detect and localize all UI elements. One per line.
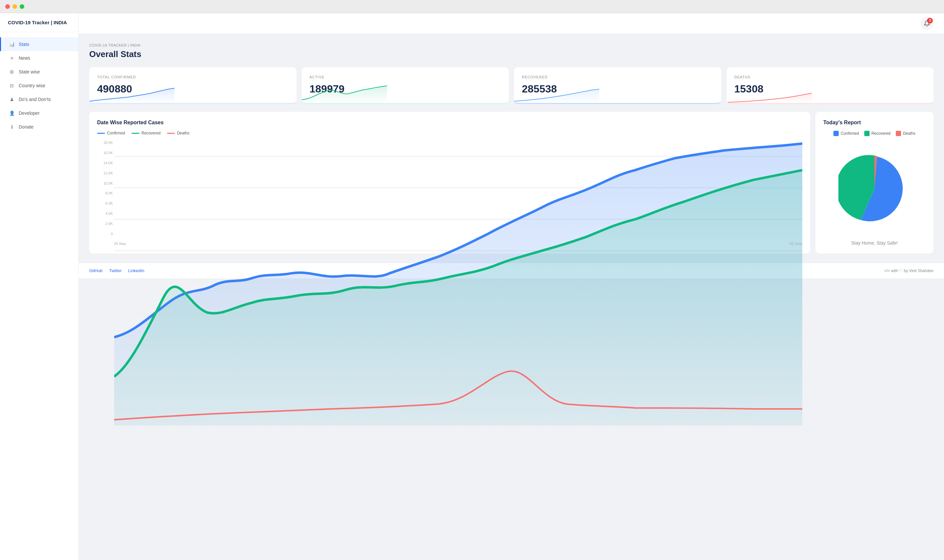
date-wise-chart-card: Date Wise Reported Cases Confirmed Recov… [89,112,810,254]
sidebar-nav: 📊 Stats ≡ News ⊞ State wise ⊟ Country wi… [0,32,79,560]
notification-badge: 3 [927,18,933,24]
github-link[interactable]: GitHub [89,268,102,273]
legend-deaths: Deaths [167,131,189,135]
sidebar-item-developer[interactable]: 👤 Developer [0,106,79,120]
recovered-card: RECOVERED 285538 [514,67,721,104]
active-label: ACTIVE [310,75,501,79]
main-content: 3 COVID-19 TRACKER | INDIA Overall Stats… [79,13,944,560]
stats-grid: TOTAL CONFIRMED 490880 ACTIVE 189979 [89,67,933,104]
sidebar-item-dos-donts[interactable]: ♟ Do's and Don'ts [0,92,79,106]
legend-deaths-label: Deaths [177,131,189,135]
legend-confirmed-label: Confirmed [107,131,125,135]
sidebar-item-state-wise[interactable]: ⊞ State wise [0,65,79,79]
news-icon: ≡ [9,55,15,61]
line-chart [114,141,802,426]
notification-button[interactable]: 3 [920,17,933,30]
todays-report-card: Today's Report Confirmed Recovered De [815,112,933,254]
legend-recovered: Recovered [131,131,160,135]
chart-legend: Confirmed Recovered Deaths [97,131,802,135]
main-header: 3 [79,13,944,34]
country-wise-icon: ⊟ [9,83,15,89]
report-legend-recovered-dot [864,131,870,136]
report-legend-deaths-label: Deaths [903,131,915,136]
sidebar-item-donate-label: Donate [19,124,34,129]
sidebar-item-country-wise-label: Country wise [19,83,45,88]
pie-chart [838,153,910,225]
legend-confirmed-dot [97,133,105,134]
stay-safe-text: Stay Home, Stay Safe! [851,240,898,246]
breadcrumb: COVID-19 TRACKER | INDIA [89,43,933,47]
sidebar-item-news[interactable]: ≡ News [0,51,79,65]
legend-deaths-dot [167,133,175,134]
x-axis: 26 May 09 June [114,242,802,246]
dos-donts-icon: ♟ [9,96,15,102]
sidebar-item-state-wise-label: State wise [19,69,40,74]
sidebar-item-stats-label: Stats [19,42,29,47]
report-legend-recovered: Recovered [864,131,890,136]
active-card: ACTIVE 189979 [302,67,509,104]
report-legend: Confirmed Recovered Deaths [833,131,915,136]
report-legend-confirmed-label: Confirmed [841,131,859,136]
donate-icon: ℹ [9,124,15,130]
sidebar-item-stats[interactable]: 📊 Stats [0,37,79,51]
date-wise-chart-title: Date Wise Reported Cases [97,120,802,126]
confirmed-card: TOTAL CONFIRMED 490880 [89,67,297,104]
footer-credit: </> with ♡ by Vinit Shahdeo [884,269,933,273]
legend-recovered-label: Recovered [142,131,160,135]
report-title: Today's Report [823,120,861,126]
page-content: COVID-19 TRACKER | INDIA Overall Stats T… [79,34,944,263]
close-button[interactable] [5,4,10,9]
report-legend-recovered-label: Recovered [872,131,890,136]
sidebar-logo: COVID-19 Tracker | INDIA [0,13,79,32]
sidebar-item-donate[interactable]: ℹ Donate [0,120,79,134]
app-layout: COVID-19 Tracker | INDIA 📊 Stats ≡ News … [0,13,944,560]
deaths-card: DEATHS 15308 [727,67,934,104]
y-axis: 18.0K 16.0K 14.0K 12.0K 10.0K 8.0K 6.0K … [97,141,113,236]
pie-container [838,143,910,235]
sidebar: COVID-19 Tracker | INDIA 📊 Stats ≡ News … [0,13,79,560]
sidebar-item-country-wise[interactable]: ⊟ Country wise [0,79,79,92]
chart-area: 18.0K 16.0K 14.0K 12.0K 10.0K 8.0K 6.0K … [97,141,802,246]
titlebar [0,0,944,13]
report-legend-confirmed: Confirmed [833,131,859,136]
sidebar-item-dos-donts-label: Do's and Don'ts [19,97,51,102]
report-legend-confirmed-dot [833,131,839,136]
sidebar-item-news-label: News [19,55,30,61]
x-label-may: 26 May [114,242,126,246]
page-title: Overall Stats [89,49,933,59]
stats-icon: 📊 [9,41,15,47]
x-label-june: 09 June [790,242,802,246]
confirmed-label: TOTAL CONFIRMED [97,75,289,79]
bottom-grid: Date Wise Reported Cases Confirmed Recov… [89,112,933,254]
sidebar-item-developer-label: Developer [19,111,40,116]
legend-recovered-dot [131,133,139,134]
deaths-label: DEATHS [735,75,926,79]
state-wise-icon: ⊞ [9,69,15,75]
legend-confirmed: Confirmed [97,131,125,135]
report-legend-deaths: Deaths [896,131,915,136]
developer-icon: 👤 [9,110,15,116]
maximize-button[interactable] [20,4,24,9]
recovered-label: RECOVERED [522,75,713,79]
report-legend-deaths-dot [896,131,901,136]
minimize-button[interactable] [12,4,17,9]
